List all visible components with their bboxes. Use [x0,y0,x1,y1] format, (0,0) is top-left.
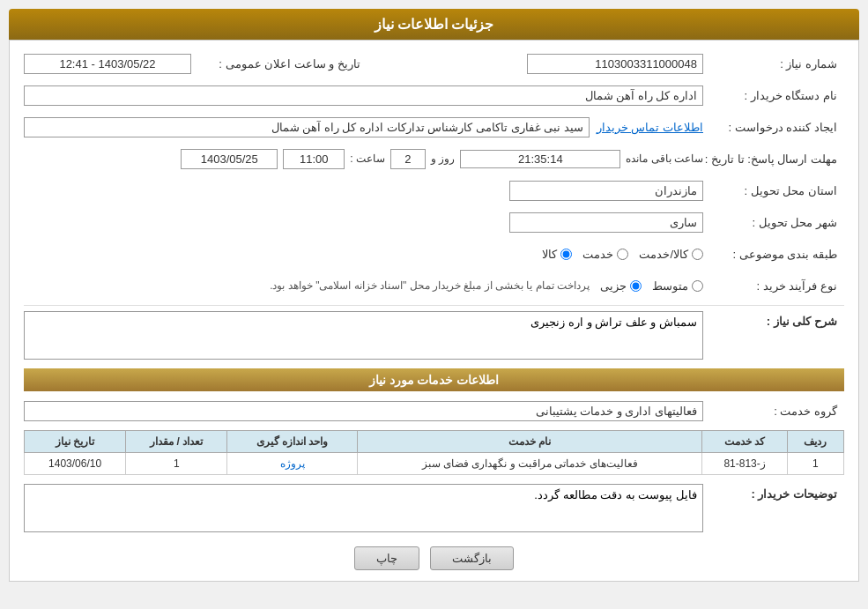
creator-label: ایجاد کننده درخواست : [703,121,844,134]
province-input[interactable] [509,181,703,201]
radio-kala-khedmat-label: کالا/خدمت [639,248,688,261]
radio-khedmat-label: خدمت [582,248,613,261]
td-row_num: 1 [787,453,843,475]
radio-jozei: جزیی [600,279,642,293]
print-button[interactable]: چاپ [354,546,419,570]
button-row: بازگشت چاپ [24,546,844,570]
radio-kala-khedmat: کالا/خدمت [639,248,703,261]
service-group-row: گروه خدمت : [24,398,844,423]
td-service_name: فعالیت‌های خدماتی مراقبت و نگهداری فضای … [357,453,702,475]
org-name-label: نام دستگاه خریدار : [703,89,844,102]
date-input[interactable] [181,149,278,169]
radio-kala-label: کالا [542,248,557,261]
page-container: جزئیات اطلاعات نیاز شماره نیاز : تاریخ و… [0,0,868,590]
remaining-input[interactable] [460,150,620,168]
td-service_code: ز-813-81 [702,453,787,475]
buyer-notes-label: توضیحات خریدار : [703,484,844,501]
need-number-label: شماره نیاز : [703,57,844,71]
table-row: 1ز-813-81فعالیت‌های خدماتی مراقبت و نگهد… [25,453,844,475]
province-value-cell [24,181,703,201]
province-row: استان محل تحویل : [24,178,844,203]
purchase-type-value-cell: متوسط جزیی پرداخت تمام یا بخشی از مبلغ خ… [24,279,703,293]
purchase-type-radios: متوسط جزیی [600,279,703,293]
back-button[interactable]: بازگشت [430,546,514,570]
city-label: شهر محل تحویل : [703,216,844,229]
radio-khedmat-input[interactable] [617,249,628,260]
need-number-row: شماره نیاز : تاریخ و ساعت اعلان عمومی : [24,51,844,76]
need-desc-textarea[interactable]: سمباش و علف تراش و اره زنجیری [24,311,703,360]
contact-link[interactable]: اطلاعات تماس خریدار [597,121,703,134]
city-row: شهر محل تحویل : [24,210,844,234]
radio-jozei-label: جزیی [600,279,627,293]
need-desc-label: شرح کلی نیاز : [703,311,844,328]
buyer-notes-row: توضیحات خریدار : فایل پیوست به دقت مطالع… [24,484,844,532]
classification-label: طبقه بندی موضوعی : [703,248,844,261]
buyer-notes-textarea[interactable]: فایل پیوست به دقت مطالعه گردد. [24,484,703,532]
classification-options: کالا/خدمت خدمت کالا [24,248,703,261]
td-unit: پروژه [227,453,357,475]
radio-khedmat: خدمت [582,248,628,261]
services-section-title: اطلاعات خدمات مورد نیاز [24,368,844,391]
classification-row: طبقه بندی موضوعی : کالا/خدمت خدمت کالا [24,241,844,266]
radio-kala-input[interactable] [560,249,572,260]
th-service-name: نام خدمت [357,431,702,453]
city-value-cell [24,212,703,233]
announce-date-input[interactable] [24,54,191,74]
org-name-input[interactable] [24,85,703,106]
creator-value-cell: اطلاعات تماس خریدار [24,117,703,137]
need-desc-row: شرح کلی نیاز : سمباش و علف تراش و اره زن… [24,311,844,360]
send-deadline-value-cell: ساعت باقی مانده روز و ساعت : [24,149,703,169]
send-deadline-row: مهلت ارسال پاسخ: تا تاریخ : ساعت باقی ما… [24,146,844,171]
countdown-row: ساعت باقی مانده روز و ساعت : [181,149,703,169]
send-deadline-label: مهلت ارسال پاسخ: تا تاریخ : [703,152,844,166]
th-quantity: تعداد / مقدار [126,431,227,453]
purchase-note: پرداخت تمام یا بخشی از مبلغ خریدار محل "… [270,279,590,292]
purchase-type-label: نوع فرآیند خرید : [703,279,844,293]
org-name-value-cell [24,85,703,106]
creator-input[interactable] [24,117,590,137]
main-content: شماره نیاز : تاریخ و ساعت اعلان عمومی : … [9,40,859,582]
td-date: 1403/06/10 [25,453,126,475]
need-number-input[interactable] [527,54,703,74]
service-group-value-cell [24,401,703,421]
time-label: ساعت : [350,152,385,165]
remaining-label: ساعت باقی مانده [626,152,703,165]
radio-kala-khedmat-input[interactable] [692,249,703,260]
table-header-row: ردیف کد خدمت نام خدمت واحد اندازه گیری ت… [25,431,844,453]
need-number-value-cell [367,54,703,74]
day-label: روز و [431,152,455,165]
announce-date-value-cell [24,54,191,74]
th-row-num: ردیف [787,431,843,453]
th-service-code: کد خدمت [702,431,787,453]
service-group-label: گروه خدمت : [703,405,844,418]
radio-motavaset: متوسط [652,279,703,293]
province-label: استان محل تحویل : [703,184,844,197]
radio-kala: کالا [542,248,572,261]
time-input[interactable] [283,149,345,169]
radio-motavaset-input[interactable] [692,280,703,292]
announce-date-label: تاریخ و ساعت اعلان عمومی : [191,57,367,71]
org-name-row: نام دستگاه خریدار : [24,83,844,108]
buyer-notes-value-cell: فایل پیوست به دقت مطالعه گردد. [24,484,703,532]
th-unit: واحد اندازه گیری [227,431,357,453]
creator-row: ایجاد کننده درخواست : اطلاعات تماس خریدا… [24,115,844,139]
td-quantity: 1 [126,453,227,475]
purchase-type-row: نوع فرآیند خرید : متوسط جزیی پرداخت تمام… [24,273,844,298]
radio-motavaset-label: متوسط [652,279,688,293]
days-input[interactable] [390,149,426,169]
page-title: جزئیات اطلاعات نیاز [9,9,859,40]
radio-jozei-input[interactable] [630,280,642,292]
services-table: ردیف کد خدمت نام خدمت واحد اندازه گیری ت… [24,430,844,475]
service-group-input[interactable] [24,401,703,421]
need-desc-value-cell: سمباش و علف تراش و اره زنجیری [24,311,703,360]
th-date: تاریخ نیاز [25,431,126,453]
city-input[interactable] [509,212,703,233]
